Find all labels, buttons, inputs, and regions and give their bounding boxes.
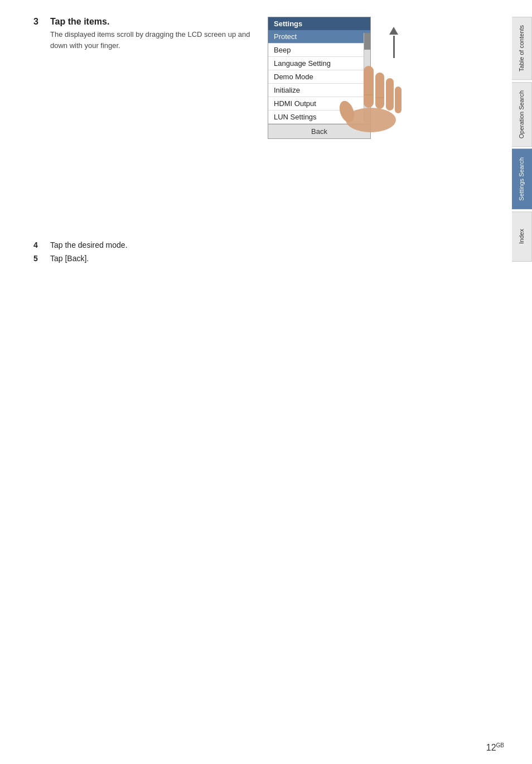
- menu-scrollbar-thumb: [364, 33, 370, 50]
- svg-rect-4: [386, 78, 394, 110]
- step-5: 5 Tap [Back].: [33, 254, 510, 263]
- sidebar-tabs: Table of contents Operation Search Setti…: [512, 17, 532, 262]
- svg-rect-2: [364, 66, 374, 108]
- hand-svg: [335, 56, 407, 134]
- menu-item-protect: Protect: [268, 30, 370, 44]
- sidebar-tab-index-label: Index: [518, 229, 525, 244]
- settings-menu-header: Settings: [268, 17, 370, 30]
- sidebar-tab-settings[interactable]: Settings Search: [512, 149, 532, 209]
- sidebar-tab-index[interactable]: Index: [512, 212, 532, 262]
- sidebar-tab-operation-label: Operation Search: [518, 90, 525, 138]
- step-5-number: 5: [33, 254, 47, 263]
- step-3-number: 3: [33, 17, 47, 51]
- menu-item-beep: Beep: [268, 44, 370, 57]
- page-number: 12GB: [486, 742, 504, 753]
- sidebar-tab-operation[interactable]: Operation Search: [512, 82, 532, 147]
- step-5-text: Tap [Back].: [50, 254, 89, 263]
- page-container: 3 Tap the items. The displayed items scr…: [0, 0, 532, 764]
- svg-rect-5: [395, 87, 402, 113]
- step-3-description: The displayed items scroll by dragging t…: [50, 29, 257, 51]
- arrow-line: [393, 36, 395, 58]
- step-4: 4 Tap the desired mode.: [33, 241, 510, 249]
- sidebar-tab-settings-label: Settings Search: [518, 157, 525, 201]
- step-4-number: 4: [33, 241, 47, 249]
- illustration-area: Settings Protect Beep Language Setting D…: [234, 11, 407, 190]
- hand-illustration: [335, 56, 407, 134]
- sidebar-tab-toc[interactable]: Table of contents: [512, 17, 532, 80]
- page-suffix: GB: [496, 742, 504, 748]
- arrow-up-icon: [389, 27, 398, 35]
- steps-later: 4 Tap the desired mode. 5 Tap [Back].: [33, 241, 510, 263]
- step-4-text: Tap the desired mode.: [50, 241, 128, 249]
- sidebar-tab-toc-label: Table of contents: [518, 25, 525, 71]
- scroll-arrow: [388, 27, 399, 60]
- page-number-value: 12: [486, 743, 496, 752]
- svg-rect-3: [375, 73, 384, 109]
